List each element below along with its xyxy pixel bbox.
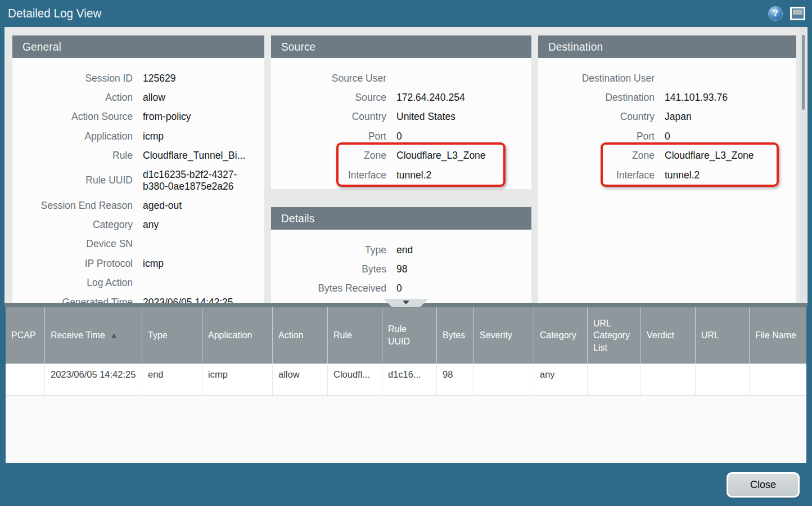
row-rule: Rule Cloudflare_Tunnel_Bi... [12,146,264,165]
window-panel-icon-bar [793,10,802,15]
cell-severity [474,364,534,395]
splitter-handle[interactable] [384,299,428,307]
row-generated-time: Generated Time 2023/06/05 14:42:25 [12,293,264,303]
row-source-interface: Interface tunnel.2 [271,165,531,185]
cell-action: allow [273,364,328,395]
cell-verdict [641,364,696,395]
row-source-port: Port 0 [271,127,531,146]
cell-rule: Cloudfl... [328,364,382,395]
cell-file-name [750,364,806,395]
row-ip-protocol: IP Protocol icmp [12,254,264,273]
panel-general-body: Session ID 125629 Action allow Action So… [12,58,264,303]
column-header-url-category-list[interactable]: URL Category List [588,307,641,364]
panel-destination-body: Destination User Destination 141.101.93.… [538,58,796,185]
panel-details-header: Details [271,207,531,230]
panel-general-header: General [12,35,264,58]
titlebar-icons: ? [768,6,805,21]
cell-category: any [534,364,588,395]
window-panel-icon[interactable] [790,7,805,20]
vertical-scrollbar[interactable] [800,27,806,303]
column-header-pcap[interactable]: PCAP [6,307,45,364]
row-action-source: Action Source from-policy [12,108,264,127]
panel-destination: Destination Destination User Destination… [538,35,796,303]
detailed-log-view-dialog: Detailed Log View ? General Session ID 1… [0,0,812,506]
cell-pcap [6,364,45,395]
panel-details: Details Type end Bytes 98 Bytes Received… [271,207,531,303]
chevron-down-icon [403,301,409,305]
row-device-sn: Device SN [12,235,264,254]
row-bytes: Bytes 98 [271,259,531,279]
row-destination-interface: Interface tunnel.2 [538,165,796,185]
section-splitter[interactable] [4,303,808,307]
panel-destination-header: Destination [538,35,796,58]
vertical-scrollbar-thumb[interactable] [802,35,805,110]
panel-source-header: Source [271,35,531,58]
row-source-user: Source User [271,69,531,88]
sort-ascending-icon: ▲ [110,330,118,341]
column-header-receive-time[interactable]: Receive Time ▲ [45,307,142,364]
cell-type: end [142,364,202,395]
table-row[interactable]: 2023/06/05 14:42:25 end icmp allow Cloud… [6,364,806,396]
row-bytes-received: Bytes Received 0 [271,279,531,298]
close-button[interactable]: Close [727,472,800,498]
row-session-id: Session ID 125629 [12,69,264,88]
column-header-severity[interactable]: Severity [474,307,534,364]
row-source: Source 172.64.240.254 [271,88,531,107]
help-icon[interactable]: ? [768,6,783,21]
cell-bytes: 98 [437,364,474,395]
column-header-rule[interactable]: Rule [328,307,382,364]
column-header-category[interactable]: Category [534,307,588,364]
titlebar: Detailed Log View ? [0,0,812,27]
row-source-zone: Zone Cloudflare_L3_Zone [271,146,531,165]
page-title: Detailed Log View [8,6,101,21]
cell-url-category-list [588,364,641,395]
column-header-action[interactable]: Action [273,307,328,364]
row-session-end-reason: Session End Reason aged-out [12,196,264,215]
row-rule-uuid: Rule UUID d1c16235-b2f2-4327-b380-0ae187… [12,165,264,196]
column-header-bytes[interactable]: Bytes [437,307,474,364]
row-destination-port: Port 0 [538,127,796,146]
row-destination-country: Country Japan [538,108,796,127]
cell-receive-time: 2023/06/05 14:42:25 [45,364,142,395]
cell-url [696,364,750,395]
row-source-country: Country United States [271,108,531,127]
row-destination: Destination 141.101.93.76 [538,88,796,107]
row-type: Type end [271,240,531,259]
log-detail-section: General Session ID 125629 Action allow A… [4,27,808,303]
panel-source-body: Source User Source 172.64.240.254 Countr… [271,58,531,185]
panel-details-body: Type end Bytes 98 Bytes Received 0 [271,230,531,298]
column-header-type[interactable]: Type [142,307,202,364]
column-header-verdict[interactable]: Verdict [641,307,696,364]
column-header-url[interactable]: URL [696,307,750,364]
column-header-file-name[interactable]: File Name [750,307,806,364]
row-destination-user: Destination User [538,69,796,88]
row-log-action: Log Action [12,274,264,293]
column-header-rule-uuid[interactable]: Rule UUID [382,307,437,364]
row-destination-zone: Zone Cloudflare_L3_Zone [538,146,796,165]
log-table: PCAP Receive Time ▲ Type Application Act… [6,307,806,463]
row-application: Application icmp [12,127,264,146]
column-header-application[interactable]: Application [202,307,273,364]
cell-rule-uuid: d1c16... [382,364,437,395]
panel-source: Source Source User Source 172.64.240.254… [271,35,531,189]
panel-general: General Session ID 125629 Action allow A… [12,35,264,303]
cell-application: icmp [202,364,273,395]
row-category: Category any [12,215,264,234]
row-action: Action allow [12,88,264,107]
log-table-header: PCAP Receive Time ▲ Type Application Act… [6,307,806,364]
